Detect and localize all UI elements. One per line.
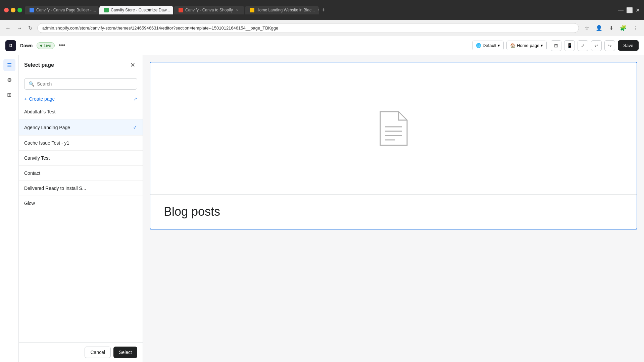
header-right: ⊞ 📱 ⤢ ↩ ↪ Save [551,40,639,51]
window-close-btn[interactable] [4,8,9,12]
tab-close-4[interactable]: ✕ [317,8,319,12]
redo-button[interactable]: ↪ [604,40,615,51]
window-max-btn[interactable] [17,8,22,12]
restore-window-btn[interactable]: ⬜ [626,7,633,13]
page-chevron-icon: ▾ [541,43,543,48]
sidebar-icon-pages[interactable]: ☰ [3,59,15,71]
page-name-1: Agency Landing Page [24,125,70,130]
panel-create: + Create page ↗ [19,94,143,104]
window-min-btn[interactable] [11,8,15,12]
devices-icon-btn[interactable]: ⊞ [551,40,561,51]
page-name-3: Canvify Test [24,155,50,161]
minimize-window-btn[interactable]: — [618,7,624,13]
panel-close-button[interactable]: ✕ [128,60,137,70]
panel-footer: Cancel Select [19,342,143,362]
tab-favicon-3 [179,8,183,12]
tab-close-3[interactable]: ✕ [235,8,240,12]
back-button[interactable]: ← [4,24,12,33]
default-selector[interactable]: 🌐 Default ▾ [472,41,504,50]
page-name-4: Contact [24,170,40,176]
document-icon [377,108,410,149]
new-tab-button[interactable]: + [319,7,327,14]
select-button[interactable]: Select [113,347,137,358]
menu-icon[interactable]: ⋮ [631,23,640,33]
app-layout: D Dawn Live ••• 🌐 Default ▾ 🏠 Home page … [0,36,644,362]
page-name-0: Abdullah's Test [24,109,55,114]
tab-1[interactable]: Canvify - Canva Page Builder - ... ✕ [25,6,99,14]
forward-button[interactable]: → [15,24,23,33]
blog-posts-title: Blog posts [164,205,623,219]
tab-label-2: Canvify Store - Customize Daw... [111,8,170,12]
list-item-4[interactable]: Contact [19,166,143,181]
preview-frame: Blog posts [150,62,637,229]
tab-4[interactable]: Home Landing Website in Blac... ✕ [245,6,319,14]
list-item-5[interactable]: Delivered Ready to Install S... [19,181,143,196]
header-center: 🌐 Default ▾ 🏠 Home page ▾ [472,41,547,50]
search-input[interactable] [37,81,133,87]
document-icon-wrap [377,108,410,149]
preview-area: Blog posts [143,55,644,362]
tab-favicon-2 [104,8,109,12]
list-item-2[interactable]: Cache Issue Test - y1 [19,136,143,151]
page-selector[interactable]: 🏠 Home page ▾ [506,41,547,50]
home-icon: 🏠 [510,43,515,48]
tab-favicon-4 [250,8,254,12]
selected-check-icon: ✓ [133,124,137,131]
select-page-panel: Select page ✕ 🔍 + Create page ↗ Abdullah… [19,55,143,362]
default-chevron-icon: ▾ [498,43,500,48]
create-page-link[interactable]: + Create page [24,96,55,102]
window-controls [4,8,22,12]
live-badge: Live [37,42,55,49]
cancel-button[interactable]: Cancel [85,347,111,358]
shopify-header: D Dawn Live ••• 🌐 Default ▾ 🏠 Home page … [0,36,644,55]
tab-3[interactable]: Canvify - Canva to Shopify ✕ [174,6,244,14]
address-icons: ☆ 👤 ⬇ 🧩 ⋮ [582,23,640,33]
blog-posts-section: Blog posts [150,194,637,229]
page-label: Home page [517,43,539,48]
live-dot [40,45,42,47]
preview-empty-state [150,62,637,194]
tab-bar: Canvify - Canva Page Builder - ... ✕ Can… [25,6,615,14]
undo-button[interactable]: ↩ [591,40,602,51]
search-icon: 🔍 [29,81,34,87]
tab-label-1: Canvify - Canva Page Builder - ... [36,8,96,12]
globe-icon: 🌐 [476,43,481,48]
panel-title: Select page [24,62,54,68]
list-item-0[interactable]: Abdullah's Test [19,104,143,119]
default-label: Default [483,43,496,48]
live-label: Live [44,43,51,48]
more-button[interactable]: ••• [59,42,65,49]
page-name-2: Cache Issue Test - y1 [24,140,69,146]
shopify-logo: D [5,40,16,51]
external-link-icon[interactable]: ↗ [133,96,137,102]
sidebar-icon-settings[interactable]: ⚙ [3,74,15,86]
bookmark-icon[interactable]: ☆ [582,23,592,33]
plus-icon: + [24,96,27,102]
list-item-6[interactable]: Glow [19,196,143,211]
tab-label-4: Home Landing Website in Blac... [256,8,315,12]
tab-label-3: Canvify - Canva to Shopify [185,8,233,12]
list-item-3[interactable]: Canvify Test [19,151,143,166]
panel-search: 🔍 [19,74,143,94]
page-name-5: Delivered Ready to Install S... [24,186,86,191]
save-button[interactable]: Save [618,40,639,51]
profile-icon[interactable]: 👤 [594,23,604,33]
create-label: Create page [29,96,55,102]
browser-chrome: Canvify - Canva Page Builder - ... ✕ Can… [0,0,644,20]
extensions-icon[interactable]: 🧩 [618,23,628,33]
fullscreen-icon-btn[interactable]: ⤢ [578,40,588,51]
mobile-icon-btn[interactable]: 📱 [564,40,575,51]
tab-close-2[interactable]: ✕ [172,8,173,12]
tab-favicon-1 [30,8,34,12]
list-item-1[interactable]: Agency Landing Page ✓ [19,119,143,136]
tab-2[interactable]: Canvify Store - Customize Daw... ✕ [99,6,173,14]
address-input[interactable] [37,23,579,33]
close-window-btn[interactable]: ✕ [636,7,640,13]
search-input-wrap: 🔍 [24,78,137,90]
download-icon[interactable]: ⬇ [606,23,616,33]
browser-action-buttons: — ⬜ ✕ [618,7,640,13]
sidebar-icon-apps[interactable]: ⊞ [3,89,15,101]
tab-close-1[interactable]: ✕ [98,8,99,12]
reload-button[interactable]: ↻ [27,23,34,33]
panel-header: Select page ✕ [19,55,143,74]
